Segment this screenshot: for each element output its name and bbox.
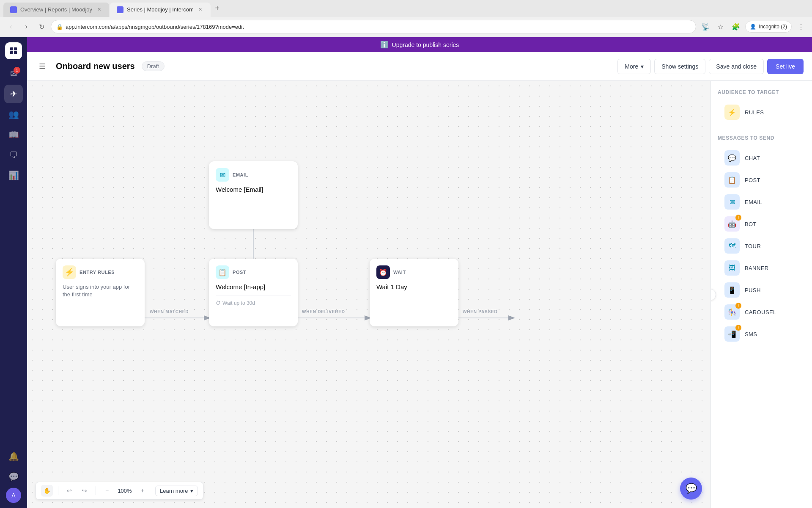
tab-2-close[interactable]: ✕ [197, 6, 204, 13]
carousel-item[interactable]: 🎠 ! CAROUSEL [718, 301, 805, 323]
sidebar-item-inbox[interactable]: ✉ 1 [4, 64, 23, 83]
rules-item[interactable]: ⚡ RULES [718, 101, 805, 123]
right-sidebar: › Audience to target ⚡ RULES Messages to… [710, 81, 812, 508]
svg-rect-2 [10, 51, 13, 54]
entry-node-description: User signs into your app for the first t… [63, 283, 138, 298]
sidebar-item-chat[interactable]: 💬 [4, 467, 23, 486]
bot-item[interactable]: 🤖 ! BOT [718, 213, 805, 235]
reload-button[interactable]: ↻ [36, 21, 47, 33]
zoom-in-button[interactable]: + [137, 485, 148, 497]
tab-2-label: Series | Moodjoy | Intercom [127, 6, 194, 13]
email-node-type: EMAIL [233, 172, 248, 177]
more-button[interactable]: More ▾ [617, 59, 651, 74]
flow-canvas[interactable]: ⚡ ENTRY RULES User signs into your app f… [27, 81, 710, 508]
entry-node-type: ENTRY RULES [80, 270, 115, 275]
zoom-out-button[interactable]: − [101, 485, 113, 497]
extension-icon[interactable]: 🧩 [730, 21, 742, 33]
tour-icon: 🗺 [724, 238, 740, 254]
svg-rect-3 [14, 51, 17, 54]
browser-tab-1[interactable]: Overview | Reports | Moodjoy ✕ [3, 3, 109, 17]
draft-badge: Draft [142, 61, 165, 71]
sidebar-item-messages[interactable]: 🗨 [4, 146, 23, 164]
wait-node[interactable]: ⏰ WAIT Wait 1 Day [370, 259, 458, 326]
post-node-title: Welcome [In-app] [216, 283, 291, 290]
tab-1-close[interactable]: ✕ [96, 6, 102, 13]
profile-label: Incognito (2) [759, 24, 787, 30]
post-node-footer: ⏱ Wait up to 30d [216, 295, 291, 306]
post-label: POST [745, 177, 760, 183]
post-node[interactable]: 📋 POST Welcome [In-app] ⏱ Wait up to 30d [209, 259, 298, 326]
set-live-button[interactable]: Set live [767, 59, 804, 74]
post-item[interactable]: 📋 POST [718, 169, 805, 191]
new-tab-button[interactable]: + [211, 3, 223, 14]
rules-label: RULES [745, 109, 764, 116]
sidebar-item-notifications[interactable]: 🔔 [4, 447, 23, 466]
email-node-icon: ✉ [216, 168, 229, 182]
learn-more-button[interactable]: Learn more ▾ [155, 486, 198, 496]
forward-button[interactable]: › [20, 21, 32, 33]
redo-button[interactable]: ↪ [79, 485, 91, 497]
header-actions: More ▾ Show settings Save and close Set … [617, 59, 804, 74]
user-avatar[interactable]: A [6, 488, 21, 503]
email-node[interactable]: ✉ EMAIL Welcome [Email] [209, 161, 298, 229]
back-button[interactable]: ‹ [5, 21, 17, 33]
sidebar-item-users[interactable]: 👥 [4, 105, 23, 124]
carousel-icon: 🎠 ! [724, 304, 740, 320]
sms-label: SMS [745, 331, 757, 337]
tab-1-icon [10, 6, 17, 13]
sidebar-item-knowledge[interactable]: 📖 [4, 125, 23, 144]
hand-tool-button[interactable]: ✋ [41, 485, 53, 497]
learn-more-label: Learn more [160, 488, 188, 494]
entry-rules-node[interactable]: ⚡ ENTRY RULES User signs into your app f… [56, 259, 145, 326]
incognito-icon: 👤 [750, 24, 756, 30]
zoom-level: 100% [116, 488, 133, 494]
audience-section-title: Audience to target [718, 89, 805, 95]
sms-item[interactable]: 📲 ! SMS [718, 323, 805, 345]
chat-widget[interactable]: 💬 [680, 478, 702, 500]
left-sidebar: ✉ 1 ✈ 👥 📖 🗨 📊 🔔 💬 A [0, 37, 27, 508]
email-label: EMAIL [745, 199, 762, 205]
knowledge-icon: 📖 [8, 130, 19, 140]
banner-item[interactable]: 🖼 BANNER [718, 257, 805, 279]
email-item[interactable]: ✉ EMAIL [718, 191, 805, 213]
more-label: More [625, 63, 638, 70]
sidebar-item-analytics[interactable]: 📊 [4, 166, 23, 185]
svg-rect-0 [10, 47, 13, 50]
app-logo[interactable] [5, 42, 22, 59]
wait-node-type: WAIT [393, 270, 406, 275]
svg-rect-1 [14, 47, 17, 50]
tour-item[interactable]: 🗺 TOUR [718, 235, 805, 257]
chat-icon-sidebar: 💬 [724, 150, 740, 166]
browser-tab-2[interactable]: Series | Moodjoy | Intercom ✕ [110, 3, 211, 17]
toolbar-divider-2 [96, 486, 96, 495]
more-chevron-icon: ▾ [641, 63, 644, 70]
save-close-button[interactable]: Save and close [709, 59, 764, 74]
users-icon: 👥 [8, 109, 19, 119]
tab-2-icon [117, 6, 123, 13]
bookmark-icon[interactable]: ☆ [715, 21, 727, 33]
toolbar-actions: 📡 ☆ 🧩 👤 Incognito (2) ⋮ [700, 21, 807, 33]
post-node-type: POST [233, 270, 246, 275]
wait-icon: ⏱ [216, 300, 221, 306]
lock-icon: 🔒 [56, 24, 63, 30]
when-delivered-label: WHEN DELIVERED [302, 309, 345, 314]
bot-icon: 🤖 ! [724, 216, 740, 232]
push-item[interactable]: 📱 PUSH [718, 279, 805, 301]
hamburger-button[interactable]: ☰ [36, 60, 49, 73]
menu-icon[interactable]: ⋮ [795, 21, 807, 33]
logo-icon [8, 46, 19, 56]
undo-button[interactable]: ↩ [63, 485, 75, 497]
profile-button[interactable]: 👤 Incognito (2) [745, 21, 792, 33]
rules-icon: ⚡ [724, 105, 740, 120]
upgrade-banner-text: Upgrade to publish series [392, 41, 459, 48]
address-bar[interactable]: 🔒 app.intercom.com/a/apps/nnsgmgob/outbo… [51, 20, 696, 33]
post-node-header: 📋 POST [216, 265, 291, 279]
browser-toolbar: ‹ › ↻ 🔒 app.intercom.com/a/apps/nnsgmgob… [0, 17, 812, 37]
wait-node-icon: ⏰ [376, 265, 390, 279]
show-settings-button[interactable]: Show settings [654, 59, 705, 74]
chat-item[interactable]: 💬 CHAT [718, 147, 805, 169]
upgrade-banner[interactable]: ℹ️ Upgrade to publish series [27, 37, 812, 52]
messages-section-title: Messages to send [718, 135, 805, 141]
cast-icon[interactable]: 📡 [700, 21, 711, 33]
sidebar-item-outbound[interactable]: ✈ [4, 85, 23, 103]
